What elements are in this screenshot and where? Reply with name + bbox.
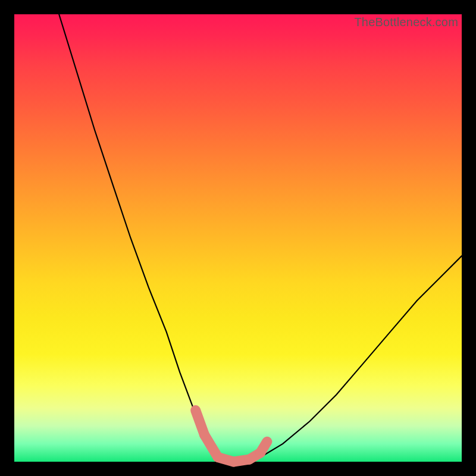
outer-frame: TheBottleneck.com — [0, 0, 476, 476]
curve-overlay — [0, 0, 476, 476]
watermark-text: TheBottleneck.com — [354, 15, 458, 29]
bottleneck-curve — [59, 14, 462, 462]
highlight-segment — [261, 441, 267, 453]
